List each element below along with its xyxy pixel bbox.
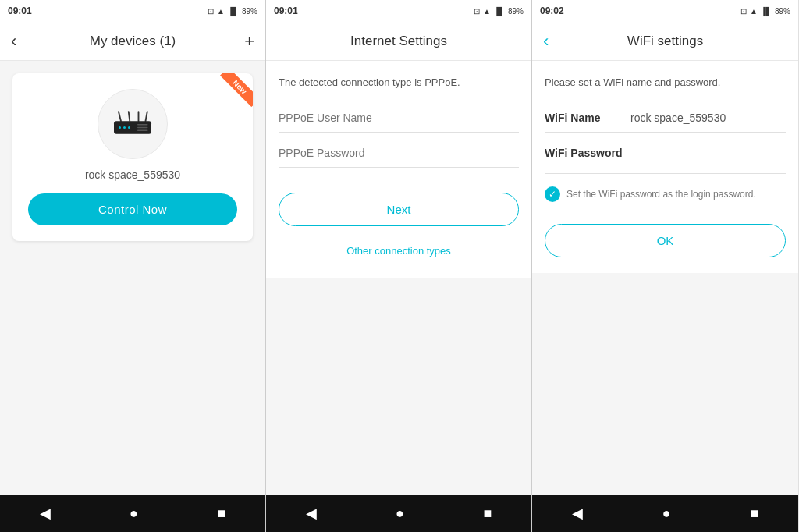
nav-home-1[interactable]: ● <box>130 505 138 522</box>
nav-home-2[interactable]: ● <box>396 505 404 522</box>
wifi-name-row: WiFi Name rock space_559530 <box>545 104 786 133</box>
svg-line-0 <box>119 112 121 121</box>
pppoe-username-input[interactable] <box>279 104 519 133</box>
screen1-title: My devices (1) <box>90 34 176 49</box>
status-icons-3: ⊡ ▲ ▐▌ 89% <box>740 7 790 16</box>
router-icon-wrap <box>98 89 168 159</box>
screen-wifi-settings: 09:02 ⊡ ▲ ▐▌ 89% ‹ WiFi settings Please … <box>532 0 798 532</box>
screen2-title: Internet Settings <box>350 34 447 49</box>
signal-icon-2: ▐▌ <box>494 7 505 16</box>
wifi-form: Please set a WiFi name and password. WiF… <box>532 61 798 273</box>
nav-back-1[interactable]: ◀ <box>40 505 51 522</box>
signal-icon-1: ▐▌ <box>228 7 239 16</box>
new-badge <box>214 73 253 112</box>
svg-point-6 <box>123 126 126 129</box>
nav-square-2[interactable]: ■ <box>483 505 492 522</box>
nav-bar-1: ◀ ● ■ <box>0 495 265 532</box>
screen1-content: rock space_559530 Control Now <box>0 61 265 495</box>
nav-bar-2: ◀ ● ■ <box>266 495 531 532</box>
back-button-3[interactable]: ‹ <box>543 31 549 51</box>
svg-line-3 <box>146 112 147 121</box>
other-connection-link[interactable]: Other connection types <box>279 239 519 263</box>
wifi-instruction: Please set a WiFi name and password. <box>545 76 786 88</box>
svg-line-1 <box>129 112 130 121</box>
battery-2: 89% <box>508 7 524 16</box>
add-device-button[interactable]: + <box>244 31 254 51</box>
svg-point-7 <box>128 126 130 129</box>
back-button-1[interactable]: ‹ <box>11 31 16 51</box>
app-bar-2: Internet Settings <box>266 22 531 61</box>
nav-square-1[interactable]: ■ <box>217 505 225 522</box>
battery-1: 89% <box>242 7 257 16</box>
nav-back-3[interactable]: ◀ <box>572 505 583 522</box>
sim-icon-2: ⊡ <box>474 7 480 16</box>
status-bar-3: 09:02 ⊡ ▲ ▐▌ 89% <box>532 0 798 22</box>
status-icons-1: ⊡ ▲ ▐▌ 89% <box>208 7 257 16</box>
sim-icon-3: ⊡ <box>740 7 747 16</box>
control-now-button[interactable]: Control Now <box>28 193 237 225</box>
wifi-name-label: WiFi Name <box>545 112 630 124</box>
wifi-password-label: WiFi Password <box>545 147 786 159</box>
wifi-icon-2: ▲ <box>483 7 491 16</box>
status-bar-1: 09:01 ⊡ ▲ ▐▌ 89% <box>0 0 265 22</box>
next-button[interactable]: Next <box>279 193 519 226</box>
app-bar-3: ‹ WiFi settings <box>532 22 798 61</box>
status-bar-2: 09:01 ⊡ ▲ ▐▌ 89% <box>266 0 531 22</box>
wifi-name-value: rock space_559530 <box>630 112 786 124</box>
signal-icon-3: ▐▌ <box>761 7 772 16</box>
battery-3: 89% <box>775 7 790 16</box>
nav-square-3[interactable]: ■ <box>750 505 758 522</box>
nav-bar-3: ◀ ● ■ <box>532 495 798 532</box>
sim-icon-1: ⊡ <box>208 7 214 16</box>
time-2: 09:01 <box>274 5 298 16</box>
time-3: 09:02 <box>540 5 564 16</box>
checkbox-label: Set the WiFi password as the login passw… <box>566 189 756 200</box>
time-1: 09:01 <box>8 5 32 16</box>
screen3-title: WiFi settings <box>627 34 703 49</box>
internet-form: The detected connection type is PPPoE. N… <box>266 61 531 278</box>
wifi-icon-1: ▲ <box>217 7 225 16</box>
device-card: rock space_559530 Control Now <box>12 73 253 241</box>
screen-my-devices: 09:01 ⊡ ▲ ▐▌ 89% ‹ My devices (1) + <box>0 0 266 532</box>
checkbox-row[interactable]: Set the WiFi password as the login passw… <box>545 183 786 205</box>
screen-internet-settings: 09:01 ⊡ ▲ ▐▌ 89% Internet Settings The d… <box>266 0 532 532</box>
nav-back-2[interactable]: ◀ <box>306 505 317 522</box>
wifi-password-section: WiFi Password <box>545 139 786 174</box>
nav-home-3[interactable]: ● <box>662 505 671 522</box>
router-icon <box>109 108 156 140</box>
svg-point-5 <box>119 126 121 129</box>
svg-rect-8 <box>137 124 148 126</box>
wifi-icon-3: ▲ <box>750 7 758 16</box>
ok-button[interactable]: OK <box>545 224 786 257</box>
pppoe-password-input[interactable] <box>279 139 519 168</box>
svg-rect-9 <box>137 127 148 129</box>
screen2-content: The detected connection type is PPPoE. N… <box>266 61 531 495</box>
svg-rect-10 <box>137 130 148 132</box>
checkbox-checked-icon[interactable] <box>545 186 560 202</box>
status-icons-2: ⊡ ▲ ▐▌ 89% <box>474 7 524 16</box>
device-name: rock space_559530 <box>85 168 180 181</box>
screen3-content: Please set a WiFi name and password. WiF… <box>532 61 798 495</box>
detected-text: The detected connection type is PPPoE. <box>279 76 519 88</box>
app-bar-1: ‹ My devices (1) + <box>0 22 265 61</box>
